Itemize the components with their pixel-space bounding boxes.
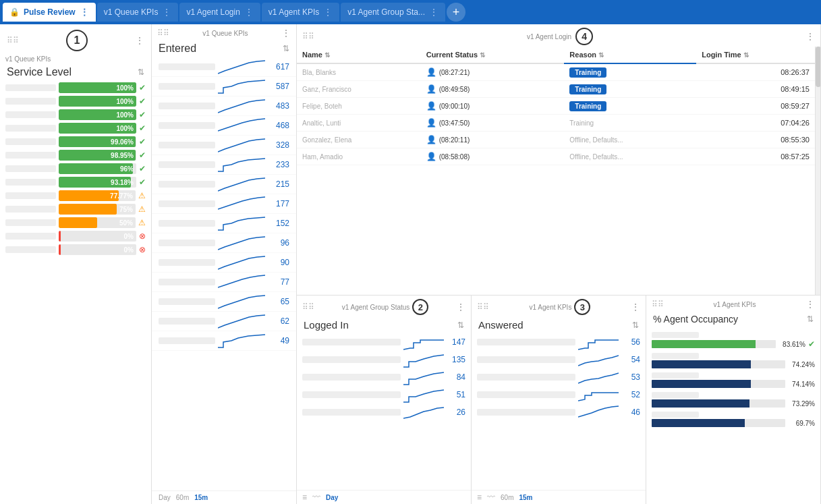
panel5-sort-icon[interactable]: ⇅ <box>632 320 639 330</box>
chart-icon[interactable]: 〰 <box>487 493 495 502</box>
sparkline <box>578 335 619 349</box>
check-icon: ✔ <box>139 96 146 106</box>
panel6-title: v1 Agent KPIs <box>714 301 756 308</box>
bottom-panels: ⠿⠿ v1 Agent Group Status 2 ⋮ Logged In ⇅… <box>297 295 820 504</box>
answered-value: 53 <box>621 372 640 382</box>
queue-name <box>159 337 215 344</box>
tab-v1-agent-group[interactable]: v1 Agent Group Sta... ⋮ <box>341 3 445 22</box>
panel2-sort-icon[interactable]: ⇅ <box>283 44 289 53</box>
agent-name <box>477 339 575 345</box>
panel4-kpi-label: Logged In ⇅ <box>297 316 471 333</box>
scrollbar[interactable] <box>815 47 820 295</box>
panel4-sort-icon[interactable]: ⇅ <box>457 320 464 330</box>
drag-handle-icon[interactable]: ⠿⠿ <box>302 302 314 312</box>
tab-menu-icon[interactable]: ⋮ <box>323 7 333 18</box>
tab-menu-icon[interactable]: ⋮ <box>429 7 438 18</box>
list-item: 483 <box>152 96 296 116</box>
bar-label: 50% <box>119 219 133 227</box>
sparkline <box>403 370 444 385</box>
logged-in-rows: 147 135 84 51 26 <box>297 333 471 490</box>
col-name[interactable]: Name ⇅ <box>297 47 421 63</box>
ctrl-day[interactable]: Day <box>159 494 171 501</box>
filter-icon[interactable]: ≡ <box>302 493 307 502</box>
sparkline <box>218 254 265 271</box>
sparkline <box>578 370 619 385</box>
tab-v1-agent-login[interactable]: v1 Agent Login ⋮ <box>179 3 260 22</box>
tab-menu-icon[interactable]: ⋮ <box>162 7 171 18</box>
bar-label: 100% <box>116 98 134 105</box>
panel6-menu-icon[interactable]: ⋮ <box>805 299 815 310</box>
occupancy-row: 83.61% ✔ <box>646 330 820 351</box>
agent-login-table-scroll[interactable]: Name ⇅ Current Status ⇅ Reason ⇅ Login T… <box>297 47 815 295</box>
tab-v1-agent-kpis[interactable]: v1 Agent KPIs ⋮ <box>262 3 339 22</box>
agent-icon: 👤 <box>426 84 436 94</box>
row-name <box>5 233 56 240</box>
tab-v1-queue-kpis[interactable]: v1 Queue KPIs ⋮ <box>97 3 179 22</box>
ctrl-15m[interactable]: 15m <box>519 494 532 501</box>
tab-pulse-review[interactable]: 🔒 Pulse Review ⋮ <box>3 3 96 22</box>
agent-name <box>652 353 699 359</box>
agent-icon: 👤 <box>426 118 436 128</box>
panel5-menu-icon[interactable]: ⋮ <box>631 302 640 312</box>
drag-handle-icon[interactable]: ⠿⠿ <box>302 32 314 41</box>
occ-bar-wrap: 74.24% <box>652 360 815 368</box>
panel2-menu-icon[interactable]: ⋮ <box>281 28 291 38</box>
bar-fill <box>59 204 117 215</box>
error-icon: ⊗ <box>139 245 146 254</box>
bar-container: 0% <box>59 244 136 255</box>
bar-container: 93.18% <box>59 177 136 188</box>
entered-value: 483 <box>268 101 289 111</box>
panel3-menu-icon[interactable]: ⋮ <box>805 31 815 42</box>
col-reason[interactable]: Reason ⇅ <box>564 47 696 63</box>
tab-menu-icon[interactable]: ⋮ <box>244 7 254 18</box>
drag-handle-icon[interactable]: ⠿⠿ <box>477 302 489 312</box>
ctrl-day[interactable]: Day <box>326 494 338 501</box>
drag-handle-icon[interactable]: ⠿⠿ <box>652 300 664 309</box>
bar-container: 96% <box>59 163 136 174</box>
list-item: 62 <box>152 312 296 331</box>
service-level-rows: 100% ✔ 100% ✔ 100% ✔ 100% ✔ 99.06% ✔ <box>0 81 151 504</box>
panel1-menu-icon[interactable]: ⋮ <box>135 35 144 46</box>
service-level-row: 98.95% ✔ <box>0 148 151 162</box>
queue-name <box>159 220 215 227</box>
sort-icon: ⇅ <box>743 51 749 59</box>
tab-label: v1 Agent Group Sta... <box>347 7 425 17</box>
add-tab-button[interactable]: + <box>447 3 465 22</box>
training-badge: Training <box>569 67 606 78</box>
filter-icon[interactable]: ≡ <box>477 493 482 502</box>
agent-name: Bla, Blanks <box>297 63 421 81</box>
ctrl-15m[interactable]: 15m <box>194 494 208 501</box>
panel1-title: v1 Queue KPIs <box>0 54 151 63</box>
login-time: 08:59:27 <box>696 98 815 115</box>
entered-value: 587 <box>268 82 289 91</box>
panel6-sort-icon[interactable]: ⇅ <box>807 314 814 324</box>
logged-in-value: 84 <box>447 372 465 382</box>
sparkline <box>218 117 265 134</box>
agent-name <box>477 409 575 416</box>
scrollbar-thumb[interactable] <box>816 47 820 87</box>
chart-icon[interactable]: 〰 <box>312 493 320 502</box>
col-status[interactable]: Current Status ⇅ <box>421 47 565 63</box>
ctrl-60m[interactable]: 60m <box>501 494 513 501</box>
occ-pct: 73.29% <box>788 400 815 408</box>
queue-name <box>159 279 215 285</box>
occ-pct: 74.24% <box>788 361 815 368</box>
drag-handle-icon[interactable]: ⠿⠿ <box>157 28 169 38</box>
drag-handle-icon[interactable]: ⠿⠿ <box>7 36 19 45</box>
panel1-sort-icon[interactable]: ⇅ <box>138 67 144 77</box>
col-login[interactable]: Login Time ⇅ <box>696 47 815 63</box>
table-row: Ganz, Francisco 👤 (08:49:58) Training 08… <box>297 81 815 98</box>
tab-menu-icon[interactable]: ⋮ <box>80 7 89 18</box>
list-item: 56 <box>472 333 646 351</box>
main-layout: ⠿⠿ 1 ⋮ v1 Queue KPIs Service Level ⇅ 100… <box>0 24 821 504</box>
ctrl-60m[interactable]: 60m <box>176 494 189 501</box>
panel4-menu-icon[interactable]: ⋮ <box>456 302 465 312</box>
bar-label: 100% <box>116 111 134 119</box>
row-name <box>5 138 56 145</box>
sparkline <box>218 215 265 231</box>
entered-value: 49 <box>268 336 289 345</box>
agent-login-table-wrap: Name ⇅ Current Status ⇅ Reason ⇅ Login T… <box>297 47 820 295</box>
bar-label: 99.06% <box>111 138 134 146</box>
list-item: 46 <box>472 403 646 421</box>
occ-bar-outer <box>652 380 785 388</box>
